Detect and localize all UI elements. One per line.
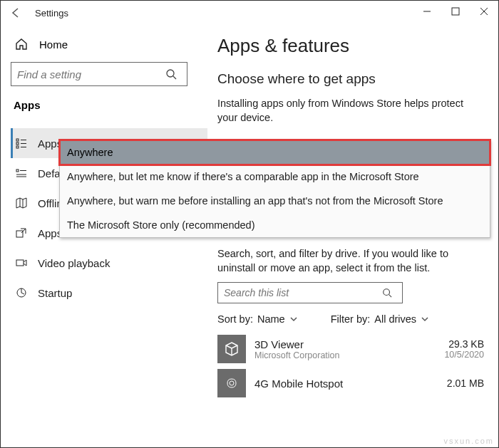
defaults-icon [15, 167, 28, 179]
filter-by-label: Filter by: [331, 313, 371, 325]
filter-by-value[interactable]: All drives [374, 313, 416, 325]
svg-line-5 [173, 76, 176, 79]
nav-video-playback[interactable]: Video playback [11, 248, 207, 278]
svg-point-24 [384, 289, 390, 296]
page-heading: Apps & features [217, 35, 484, 57]
search-icon [382, 288, 402, 298]
svg-point-4 [167, 70, 174, 77]
nav-startup[interactable]: Startup [11, 278, 207, 308]
sidebar-section-title: Apps [11, 99, 207, 111]
app-list-intro: Search, sort, and filter by drive. If yo… [217, 247, 484, 275]
minimize-button[interactable] [413, 1, 441, 22]
find-setting-field[interactable] [11, 68, 165, 80]
svg-point-26 [230, 381, 234, 385]
share-icon [15, 226, 28, 239]
close-button[interactable] [470, 1, 498, 22]
find-setting-input[interactable] [11, 62, 187, 86]
svg-rect-1 [452, 8, 459, 15]
svg-rect-8 [16, 142, 19, 145]
app-list-search-field[interactable] [218, 287, 382, 298]
home-nav[interactable]: Home [11, 38, 207, 51]
nav-label: Video playback [38, 257, 110, 269]
app-list-search[interactable] [217, 282, 403, 303]
app-name: 4G Mobile Hotspot [254, 377, 438, 390]
sort-by-value[interactable]: Name [257, 313, 285, 325]
app-list-item[interactable]: 4G Mobile Hotspot 2.01 MB [217, 369, 484, 397]
search-icon [165, 68, 187, 80]
chevron-down-icon[interactable] [421, 315, 429, 323]
nav-label: Startup [38, 287, 72, 299]
map-icon [15, 197, 28, 209]
svg-rect-20 [16, 260, 24, 266]
app-publisher: Microsoft Corporation [254, 350, 436, 360]
app-size: 29.3 KB [444, 338, 484, 350]
startup-icon [15, 286, 28, 299]
section-description: Installing apps only from Windows Store … [217, 97, 484, 125]
dropdown-option-anywhere[interactable]: Anywhere [60, 140, 490, 165]
home-label: Home [39, 38, 68, 51]
dropdown-option-store-only[interactable]: The Microsoft Store only (recommended) [60, 213, 490, 237]
back-button[interactable] [9, 6, 22, 19]
svg-rect-18 [16, 231, 23, 237]
list-icon [15, 137, 28, 150]
maximize-button[interactable] [441, 1, 470, 22]
section-subheading: Choose where to get apps [217, 71, 484, 87]
svg-line-23 [21, 293, 24, 294]
app-icon [217, 369, 246, 397]
watermark: vsxun.com [443, 437, 494, 445]
sort-by-label: Sort by: [217, 313, 253, 325]
svg-rect-10 [16, 146, 19, 148]
source-dropdown[interactable]: Anywhere Anywhere, but let me know if th… [59, 140, 490, 238]
video-icon [15, 256, 28, 269]
home-icon [15, 38, 28, 51]
app-list-item[interactable]: 3D Viewer Microsoft Corporation 29.3 KB … [217, 335, 484, 363]
svg-rect-12 [16, 170, 19, 172]
svg-rect-6 [16, 139, 19, 141]
app-name: 3D Viewer [254, 338, 436, 350]
chevron-down-icon[interactable] [289, 315, 298, 323]
dropdown-option-warn[interactable]: Anywhere, but warn me before installing … [60, 189, 490, 213]
app-icon [217, 335, 246, 363]
app-date: 10/5/2020 [444, 350, 484, 360]
dropdown-option-comparable[interactable]: Anywhere, but let me know if there's a c… [60, 165, 490, 189]
svg-line-25 [389, 295, 392, 298]
app-size: 2.01 MB [447, 377, 484, 389]
window-title: Settings [35, 8, 68, 19]
